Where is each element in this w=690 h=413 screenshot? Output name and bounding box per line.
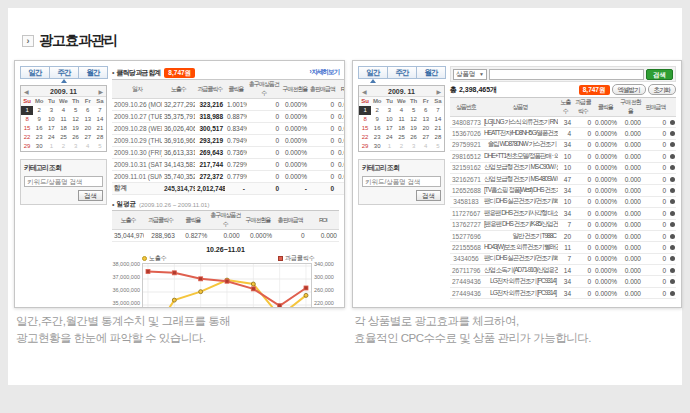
calendar-day[interactable]: 21 [94, 124, 106, 133]
row-detail-icon[interactable] [670, 291, 675, 296]
calendar-day[interactable]: 26 [70, 133, 82, 142]
row-detail-icon[interactable] [670, 256, 675, 261]
calendar-day[interactable]: 2 [57, 142, 69, 151]
calendar-day[interactable]: 5 [70, 106, 82, 115]
calendar-day[interactable]: 20 [82, 124, 94, 133]
search-field-select[interactable]: 상품명 ▼ [453, 69, 487, 80]
calendar-day[interactable]: 8 [21, 115, 33, 124]
calendar-day[interactable]: 24 [383, 133, 395, 142]
calendar-day[interactable]: 4 [420, 142, 432, 151]
product-search-input[interactable] [489, 69, 644, 80]
calendar-day[interactable]: 18 [57, 124, 69, 133]
calendar-day[interactable]: 1 [45, 142, 57, 151]
calendar-day[interactable]: 1 [383, 142, 395, 151]
tab-주간[interactable]: 주간 [387, 66, 417, 79]
calendar-day[interactable]: 12 [408, 115, 420, 124]
calendar-day[interactable]: 1 [21, 106, 33, 115]
excel-download-button[interactable]: 엑셀받기 [612, 84, 646, 95]
row-detail-icon[interactable] [670, 142, 675, 147]
calendar-day[interactable]: 21 [432, 124, 444, 133]
calendar-prev-icon[interactable]: ◀ [362, 88, 367, 95]
calendar-day[interactable]: 29 [359, 142, 371, 151]
calendar-day[interactable]: 22 [21, 133, 33, 142]
row-detail-icon[interactable] [670, 211, 675, 216]
calendar-day[interactable]: 5 [408, 106, 420, 115]
row-detail-icon[interactable] [670, 268, 675, 273]
calendar-day[interactable]: 13 [82, 115, 94, 124]
calendar-day[interactable]: 14 [432, 115, 444, 124]
calendar-day[interactable]: 9 [371, 115, 383, 124]
product-search-button[interactable]: 검색 [646, 69, 673, 80]
reset-button[interactable]: 초기화 [648, 84, 677, 95]
calendar-day[interactable]: 12 [70, 115, 82, 124]
row-detail-icon[interactable] [670, 131, 675, 136]
tab-주간[interactable]: 주간 [49, 66, 79, 79]
row-detail-icon[interactable] [670, 188, 675, 193]
calendar-day[interactable]: 2 [395, 142, 407, 151]
calendar-day[interactable]: 3 [45, 106, 57, 115]
calendar-day[interactable]: 28 [94, 133, 106, 142]
calendar-day[interactable]: 25 [395, 133, 407, 142]
calendar-day[interactable]: 1 [359, 106, 371, 115]
calendar-day[interactable]: 10 [383, 115, 395, 124]
calendar-day[interactable]: 16 [371, 124, 383, 133]
calendar-day[interactable]: 25 [57, 133, 69, 142]
calendar-day[interactable]: 30 [371, 142, 383, 151]
row-detail-icon[interactable] [670, 120, 675, 125]
row-detail-icon[interactable] [670, 279, 675, 284]
calendar-day[interactable]: 24 [45, 133, 57, 142]
calendar-day[interactable]: 6 [82, 106, 94, 115]
calendar-day[interactable]: 15 [21, 124, 33, 133]
calendar-day[interactable]: 20 [420, 124, 432, 133]
calendar-day[interactable]: 29 [21, 142, 33, 151]
calendar-day[interactable]: 7 [94, 106, 106, 115]
calendar-day[interactable]: 15 [359, 124, 371, 133]
calendar-day[interactable]: 10 [45, 115, 57, 124]
calendar-day[interactable]: 19 [70, 124, 82, 133]
calendar-day[interactable]: 9 [33, 115, 45, 124]
calendar-day[interactable]: 23 [33, 133, 45, 142]
calendar-day[interactable]: 5 [94, 142, 106, 151]
calendar-day[interactable]: 7 [432, 106, 444, 115]
row-detail-icon[interactable] [670, 177, 675, 182]
calendar-day[interactable]: 2 [33, 106, 45, 115]
category-search-input[interactable] [24, 176, 103, 187]
calendar-day[interactable]: 5 [432, 142, 444, 151]
row-detail-icon[interactable] [670, 222, 675, 227]
calendar-day[interactable]: 4 [82, 142, 94, 151]
calendar-day[interactable]: 23 [371, 133, 383, 142]
calendar-day[interactable]: 3 [70, 142, 82, 151]
calendar-day[interactable]: 14 [94, 115, 106, 124]
row-detail-icon[interactable] [670, 154, 675, 159]
tab-월간[interactable]: 월간 [416, 66, 446, 79]
calendar-day[interactable]: 17 [383, 124, 395, 133]
calendar-day[interactable]: 28 [432, 133, 444, 142]
category-search-input[interactable] [362, 176, 441, 187]
calendar-day[interactable]: 11 [395, 115, 407, 124]
calendar-day[interactable]: 3 [408, 142, 420, 151]
calendar-day[interactable]: 19 [408, 124, 420, 133]
row-detail-icon[interactable] [670, 199, 675, 204]
calendar-day[interactable]: 16 [33, 124, 45, 133]
category-search-button[interactable]: 검색 [78, 190, 103, 201]
calendar-day[interactable]: 8 [359, 115, 371, 124]
calendar-day[interactable]: 22 [359, 133, 371, 142]
calendar-day[interactable]: 13 [420, 115, 432, 124]
tab-일간[interactable]: 일간 [20, 66, 50, 79]
calendar-day[interactable]: 18 [395, 124, 407, 133]
calendar-prev-icon[interactable]: ◀ [24, 88, 29, 95]
calendar-day[interactable]: 11 [57, 115, 69, 124]
calendar-day[interactable]: 2 [371, 106, 383, 115]
calendar-day[interactable]: 30 [33, 142, 45, 151]
calendar-day[interactable]: 27 [82, 133, 94, 142]
calendar-day[interactable]: 26 [408, 133, 420, 142]
calendar-day[interactable]: 17 [45, 124, 57, 133]
tab-월간[interactable]: 월간 [78, 66, 108, 79]
row-detail-icon[interactable] [670, 165, 675, 170]
row-detail-icon[interactable] [670, 234, 675, 239]
calendar-day[interactable]: 27 [420, 133, 432, 142]
tab-일간[interactable]: 일간 [358, 66, 388, 79]
calendar-day[interactable]: 6 [420, 106, 432, 115]
calendar-next-icon[interactable]: ▶ [436, 88, 441, 95]
category-search-button[interactable]: 검색 [416, 190, 441, 201]
